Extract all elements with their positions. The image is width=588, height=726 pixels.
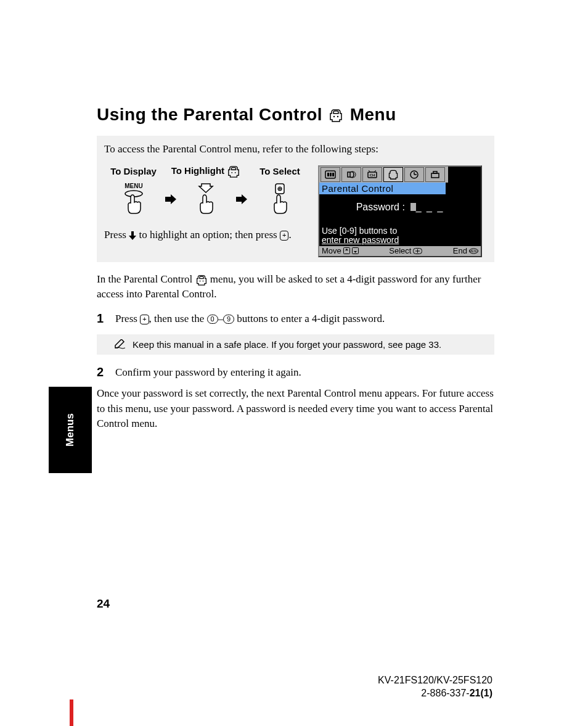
note-text: Keep this manual in a safe place. If you…: [133, 339, 441, 350]
svg-rect-12: [330, 173, 332, 176]
svg-point-1: [337, 116, 338, 117]
svg-rect-13: [332, 173, 334, 176]
osd-screen: CH Parental Control Password : _ _ _ Use…: [318, 165, 482, 257]
osd-tab-setup-icon: [425, 167, 445, 182]
plus-button-icon: +: [280, 231, 288, 241]
svg-rect-22: [433, 171, 437, 173]
step-2: 2 Confirm your password by entering it a…: [97, 365, 494, 381]
crop-mark: [70, 699, 73, 726]
parental-control-icon: [227, 165, 240, 178]
svg-text:CH: CH: [370, 173, 375, 177]
svg-text:MENU: MENU: [469, 249, 478, 253]
page-number: 24: [97, 597, 110, 611]
osd-password-row: Password : _ _ _: [319, 202, 481, 213]
svg-rect-21: [431, 173, 439, 178]
closing-paragraph: Once your password is set correctly, the…: [97, 386, 494, 432]
page-title: Using the Parental Control Menu: [97, 105, 494, 125]
osd-hint: Use [0-9] buttons to enter new password: [322, 226, 399, 245]
select-press-icon: [249, 183, 311, 217]
plus-button-icon: +: [140, 315, 149, 324]
parental-control-icon: [195, 274, 208, 286]
osd-title: Parental Control: [319, 183, 446, 194]
svg-text:MENU: MENU: [125, 183, 142, 189]
doc-footer: KV-21FS120/KV-25FS120 2-886-337-21(1): [378, 674, 492, 700]
intro-text: To access the Parental Control menu, ref…: [104, 142, 487, 157]
svg-rect-11: [327, 173, 329, 176]
svg-point-2: [232, 172, 233, 173]
osd-footer: Move Select End MENU: [319, 246, 481, 256]
pencil-icon: [114, 339, 126, 349]
label-highlight: To Highlight: [163, 165, 249, 178]
svg-point-0: [333, 116, 335, 117]
osd-tab-picture-icon: [321, 167, 340, 182]
access-steps-box: To access the Parental Control menu, ref…: [97, 136, 494, 262]
zero-button-icon: 0: [207, 315, 218, 324]
menu-press-icon: MENU: [104, 183, 163, 217]
osd-tab-timer-icon: [404, 167, 424, 182]
step-1: 1 Press +, then use the 0–9 buttons to e…: [97, 311, 494, 327]
down-arrow-icon: [129, 231, 136, 240]
press-instruction: Press to highlight an option; then press…: [104, 229, 318, 241]
section-tab: Menus: [49, 387, 92, 473]
osd-tab-audio-icon: [341, 167, 361, 182]
svg-point-3: [235, 172, 236, 173]
label-select: To Select: [249, 166, 311, 176]
label-display: To Display: [104, 166, 163, 176]
note-box: Keep this manual in a safe place. If you…: [97, 334, 494, 355]
arrow-right-icon: [234, 194, 249, 204]
nine-button-icon: 9: [223, 315, 234, 324]
svg-point-31: [202, 281, 203, 282]
svg-point-30: [199, 281, 200, 282]
parental-control-icon: [329, 109, 343, 122]
osd-tab-bar: CH: [319, 167, 448, 183]
arrow-right-icon: [163, 194, 178, 204]
highlight-press-icon: [178, 183, 234, 217]
intro-paragraph: In the Parental Control menu, you will b…: [97, 272, 494, 302]
model-numbers: KV-21FS120/KV-25FS120: [378, 674, 492, 687]
osd-tab-channel-icon: CH: [362, 167, 382, 182]
osd-tab-parental-icon: [383, 167, 403, 182]
